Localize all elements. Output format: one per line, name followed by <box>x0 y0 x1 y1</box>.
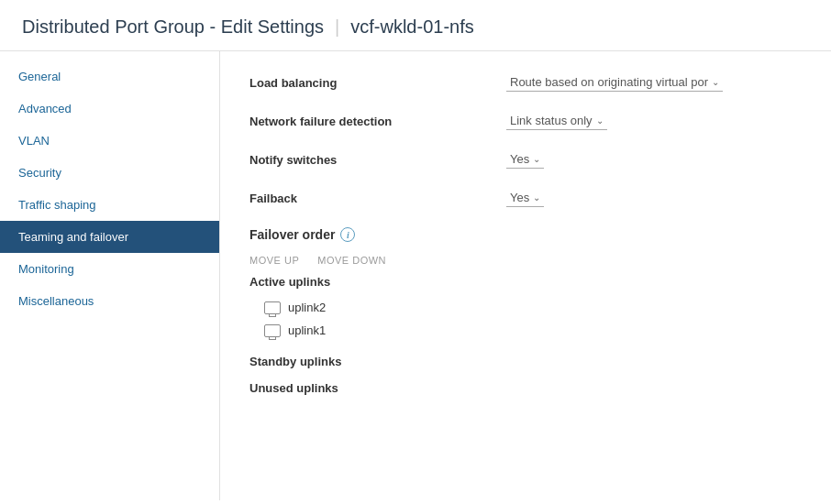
page-title: Distributed Port Group - Edit Settings <box>22 16 324 38</box>
failover-order-section: Failover order i MOVE UP MOVE DOWN Activ… <box>249 227 802 395</box>
move-controls: MOVE UP MOVE DOWN <box>249 255 802 266</box>
notify-switches-row: Notify switches Yes ⌄ <box>249 150 802 169</box>
move-up-button[interactable]: MOVE UP <box>249 255 299 266</box>
page-subtitle: vcf-wkld-01-nfs <box>350 16 473 38</box>
sidebar-item-traffic-shaping[interactable]: Traffic shaping <box>0 189 219 221</box>
sidebar-item-security[interactable]: Security <box>0 157 219 189</box>
chevron-down-icon: ⌄ <box>596 115 604 126</box>
uplink-item[interactable]: uplink2 <box>249 296 802 319</box>
chevron-down-icon: ⌄ <box>533 192 540 203</box>
unused-uplinks-label: Unused uplinks <box>249 381 802 395</box>
network-failure-detection-value: Link status only ⌄ <box>506 112 802 130</box>
sidebar: GeneralAdvancedVLANSecurityTraffic shapi… <box>0 51 220 500</box>
content-area: Load balancing Route based on originatin… <box>220 51 831 500</box>
sidebar-item-teaming-and-failover[interactable]: Teaming and failover <box>0 221 219 253</box>
notify-switches-dropdown[interactable]: Yes ⌄ <box>506 150 544 169</box>
standby-uplinks-section: Standby uplinks <box>249 355 802 368</box>
network-failure-detection-row: Network failure detection Link status on… <box>249 112 802 130</box>
load-balancing-label: Load balancing <box>249 76 506 90</box>
page-header: Distributed Port Group - Edit Settings |… <box>0 0 831 51</box>
uplink-icon <box>264 324 281 337</box>
active-uplinks-label: Active uplinks <box>249 275 802 289</box>
header-divider: | <box>335 16 339 38</box>
failback-dropdown[interactable]: Yes ⌄ <box>506 189 544 207</box>
uplink-icon <box>264 301 281 314</box>
sidebar-item-miscellaneous[interactable]: Miscellaneous <box>0 285 219 317</box>
notify-switches-label: Notify switches <box>249 153 506 167</box>
network-failure-detection-dropdown[interactable]: Link status only ⌄ <box>506 112 607 130</box>
load-balancing-row: Load balancing Route based on originatin… <box>249 73 802 92</box>
load-balancing-value: Route based on originating virtual por ⌄ <box>506 73 802 92</box>
network-failure-detection-label: Network failure detection <box>249 115 506 128</box>
main-layout: GeneralAdvancedVLANSecurityTraffic shapi… <box>0 51 831 500</box>
notify-switches-value: Yes ⌄ <box>506 150 802 169</box>
info-icon[interactable]: i <box>340 227 355 242</box>
sidebar-item-general[interactable]: General <box>0 60 219 93</box>
standby-uplinks-label: Standby uplinks <box>249 355 802 368</box>
sidebar-item-advanced[interactable]: Advanced <box>0 93 219 125</box>
move-down-button[interactable]: MOVE DOWN <box>317 255 386 266</box>
failback-row: Failback Yes ⌄ <box>249 189 802 207</box>
sidebar-item-vlan[interactable]: VLAN <box>0 125 219 157</box>
uplink-item[interactable]: uplink1 <box>249 319 802 342</box>
chevron-down-icon: ⌄ <box>533 154 540 164</box>
failback-value: Yes ⌄ <box>506 189 802 207</box>
failover-order-title: Failover order i <box>249 227 802 242</box>
load-balancing-dropdown[interactable]: Route based on originating virtual por ⌄ <box>506 73 723 92</box>
failback-label: Failback <box>249 192 506 205</box>
sidebar-item-monitoring[interactable]: Monitoring <box>0 253 219 285</box>
unused-uplinks-section: Unused uplinks <box>249 381 802 395</box>
chevron-down-icon: ⌄ <box>712 77 719 87</box>
